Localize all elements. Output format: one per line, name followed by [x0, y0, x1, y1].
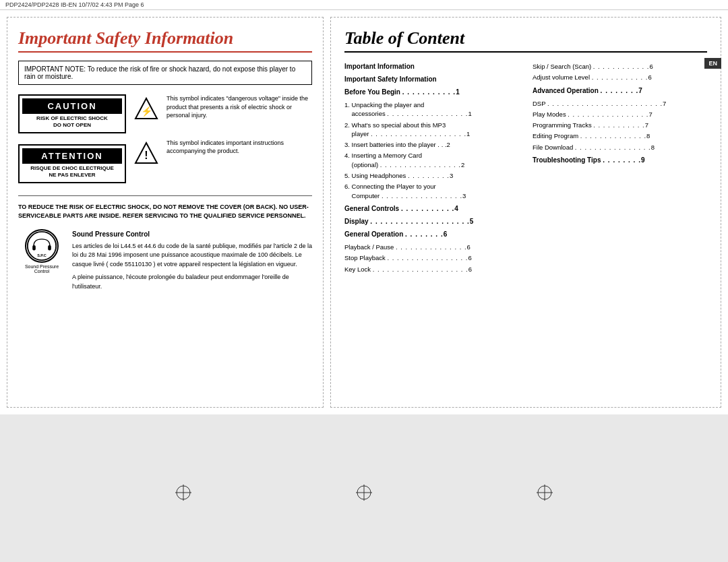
sound-pressure-section: S.P.C Sound Pressure Control Sound Press… [18, 229, 312, 292]
page-header: PDP2424/PDP2428 IB-EN 10/7/02 4:43 PM Pa… [0, 0, 728, 10]
svg-text:S.P.C: S.P.C [37, 253, 47, 257]
important-note-box: IMPORTANT NOTE: To reduce the risk of fi… [18, 61, 312, 85]
warning-text: This symbol indicates "dangerous voltage… [166, 94, 312, 189]
attention-label: ATTENTION [22, 148, 122, 164]
exclamation-desc: This symbol indicates important instruct… [166, 139, 312, 156]
toc-unpacking: 1. Unpacking the player and accessories … [344, 100, 519, 119]
crosshair-left-svg [175, 485, 191, 501]
right-panel-title: Table of Content [344, 28, 707, 53]
left-panel: Important Safety Information IMPORTANT N… [7, 17, 324, 408]
warning-boxes: CAUTION RISK OF ELECTRIC SHOCKDO NOT OPE… [18, 94, 126, 189]
header-text: PDP2424/PDP2428 IB-EN 10/7/02 4:43 PM Pa… [5, 1, 144, 8]
spc-svg-icon: S.P.C [26, 230, 57, 261]
toc-columns: Important Information Important Safety I… [344, 62, 707, 276]
toc-skip-search: Skip / Search (Scan) . . . . . . . . . .… [533, 62, 707, 71]
spc-text1: Les articles de loi L44.5 et 44.6 du cod… [72, 242, 312, 270]
caution-block: CAUTION RISK OF ELECTRIC SHOCKDO NOT OPE… [18, 94, 126, 133]
toc-important-info: Important Information [344, 62, 519, 71]
lightning-desc: This symbol indicates "dangerous voltage… [166, 94, 312, 120]
toc-advanced-operation: Advanced Operation . . . . . . . .7 [533, 86, 707, 96]
toc-headphones: 5. Using Headphones . . . . . . . . .3 [344, 171, 519, 180]
toc-troubleshooting: Troubleshooting Tips . . . . . . . .9 [533, 156, 707, 165]
caution-label: CAUTION [22, 98, 122, 114]
toc-memory-card: 4. Inserting a Memory Card (optional) . … [344, 151, 519, 169]
left-panel-title: Important Safety Information [18, 28, 312, 53]
toc-adjust-volume: Adjust volume Level . . . . . . . . . . … [533, 73, 707, 82]
svg-rect-5 [32, 245, 36, 250]
exclamation-icon: ! [134, 142, 158, 166]
toc-general-controls: General Controls . . . . . . . . . . .4 [344, 204, 519, 214]
spc-title: Sound Pressure Control [72, 229, 312, 239]
lightning-icon: ⚡ [134, 97, 158, 121]
warning-icons: ⚡ ! [133, 94, 160, 189]
toc-key-lock: Key Lock . . . . . . . . . . . . . . . .… [344, 265, 519, 274]
spc-icon-area: S.P.C Sound Pressure Control [18, 229, 65, 292]
toc-display: Display . . . . . . . . . . . . . . . . … [344, 217, 519, 226]
toc-connecting: 6. Connecting the Player to your Compute… [344, 182, 519, 200]
attention-block: ATTENTION RISQUE DE CHOC ELECTRIQUENE PA… [18, 144, 126, 183]
toc-left-column: Important Information Important Safety I… [344, 62, 519, 276]
electric-shock-warning: TO REDUCE THE RISK OF ELECTRIC SHOCK, DO… [18, 195, 312, 221]
crosshair-center-svg [356, 485, 372, 501]
toc-file-download: File Download . . . . . . . . . . . . . … [533, 143, 707, 152]
svg-text:!: ! [144, 150, 148, 161]
main-content: Important Safety Information IMPORTANT N… [0, 10, 728, 414]
toc-before-you-begin: Before You Begin . . . . . . . . . . .1 [344, 88, 519, 97]
bottom-decoration [0, 414, 728, 562]
en-badge: EN [704, 58, 721, 69]
toc-insert-batteries: 3. Insert batteries into the player . . … [344, 140, 519, 149]
toc-playback-pause: Playback / Pause . . . . . . . . . . . .… [344, 243, 519, 251]
toc-whats-special: 2. What's so special about this MP3 play… [344, 121, 519, 139]
toc-editing-program: Editing Program . . . . . . . . . . . . … [533, 131, 707, 140]
spc-icon: S.P.C [25, 229, 59, 263]
spc-text2: A pleine puissance, l'écoute prolongée d… [72, 273, 312, 291]
crosshair-right [537, 485, 553, 502]
toc-dsp: DSP . . . . . . . . . . . . . . . . . . … [533, 99, 707, 108]
important-note-text: IMPORTANT NOTE: To reduce the risk of fi… [24, 65, 295, 80]
toc-right-column: Skip / Search (Scan) . . . . . . . . . .… [533, 62, 707, 276]
crosshair-center [356, 485, 372, 502]
toc-programming-tracks: Programming Tracks . . . . . . . . . . .… [533, 121, 707, 129]
right-panel: Table of Content EN Important Informatio… [330, 17, 721, 408]
svg-rect-6 [48, 245, 51, 250]
bottom-area [0, 414, 728, 562]
spc-label: Sound Pressure Control [18, 264, 65, 274]
toc-play-modes: Play Modes . . . . . . . . . . . . . . .… [533, 110, 707, 119]
toc-general-operation: General Operation . . . . . . . .6 [344, 230, 519, 239]
toc-stop-playback: Stop Playback . . . . . . . . . . . . . … [344, 253, 519, 262]
svg-text:⚡: ⚡ [141, 106, 153, 117]
warning-section: CAUTION RISK OF ELECTRIC SHOCKDO NOT OPE… [18, 94, 312, 189]
sound-pressure-text: Sound Pressure Control Les articles de l… [72, 229, 312, 292]
toc-important-safety: Important Safety Information [344, 75, 519, 84]
crosshair-left [175, 485, 191, 502]
attention-text: RISQUE DE CHOC ELECTRIQUENE PAS ENLEVER [22, 165, 122, 179]
crosshair-right-svg [537, 485, 553, 501]
caution-text: RISK OF ELECTRIC SHOCKDO NOT OPEN [22, 115, 122, 129]
